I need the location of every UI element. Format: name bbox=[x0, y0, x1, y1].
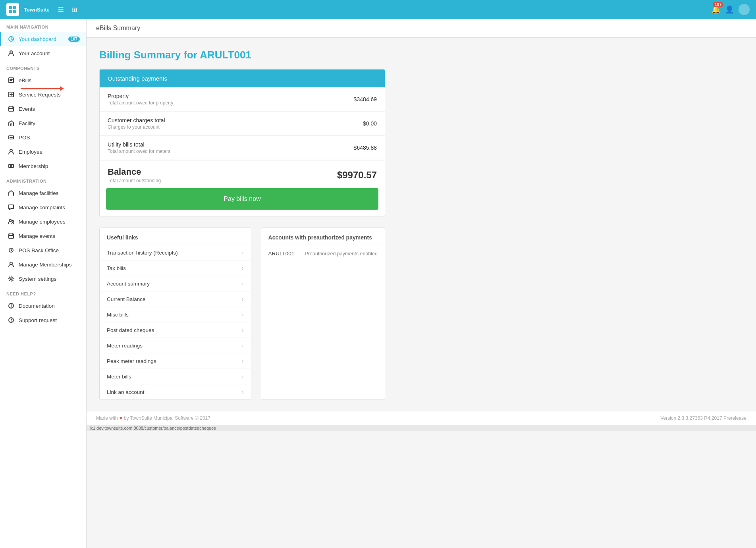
link-item[interactable]: Account summary› bbox=[100, 276, 251, 291]
sidebar-item-system-settings[interactable]: System settings bbox=[0, 272, 86, 286]
billing-title-prefix: Billing Summary for bbox=[99, 49, 200, 61]
property-row: Property Total amount owed for property … bbox=[100, 87, 385, 112]
outstanding-header: Outstanding payments bbox=[100, 69, 385, 87]
administration-label: Administration bbox=[0, 173, 86, 186]
main-content: eBills Summary Billing Summary for ARULT… bbox=[87, 19, 756, 548]
sidebar-events-label: Events bbox=[19, 106, 80, 112]
sidebar-manage-facilities-label: Manage facilities bbox=[19, 190, 80, 196]
grid-button[interactable]: ⊞ bbox=[72, 6, 77, 14]
customer-charges-row: Customer charges total Charges to your a… bbox=[100, 112, 385, 136]
sidebar-documentation-label: Documentation bbox=[19, 303, 80, 309]
customer-charges-amount: $0.00 bbox=[363, 120, 377, 127]
manage-facilities-icon bbox=[8, 189, 15, 197]
svg-rect-1 bbox=[13, 6, 16, 9]
service-requests-icon bbox=[8, 91, 15, 98]
support-icon bbox=[8, 316, 15, 324]
preauth-account: ARULT001 bbox=[268, 251, 295, 257]
content-area: Billing Summary for ARULT001 Outstanding… bbox=[87, 38, 756, 411]
footer-heart-icon: ♥ bbox=[120, 415, 122, 421]
avatar[interactable] bbox=[739, 4, 750, 15]
page-header: eBills Summary bbox=[87, 19, 756, 38]
pay-bills-button[interactable]: Pay bills now bbox=[106, 188, 378, 210]
balance-amount: $9970.57 bbox=[337, 170, 377, 181]
billing-card: Outstanding payments Property Total amou… bbox=[99, 69, 385, 216]
sidebar-item-manage-employees[interactable]: Manage employees bbox=[0, 214, 86, 229]
footer-made-with: Made with bbox=[96, 415, 118, 421]
pos-icon bbox=[8, 134, 15, 141]
link-item[interactable]: Current Balance› bbox=[100, 291, 251, 307]
link-item[interactable]: Tax bills› bbox=[100, 260, 251, 276]
manage-employees-icon bbox=[8, 218, 15, 225]
components-label: Components bbox=[0, 60, 86, 73]
sidebar-item-manage-events[interactable]: Manage events bbox=[0, 229, 86, 243]
customer-charges-sub: Charges to your account bbox=[108, 124, 165, 130]
sidebar-item-manage-complaints[interactable]: Manage complaints bbox=[0, 200, 86, 214]
svg-point-18 bbox=[10, 278, 12, 280]
facility-icon bbox=[8, 120, 15, 127]
notification-button[interactable]: 🔔 107 bbox=[712, 5, 720, 14]
sidebar-item-documentation[interactable]: Documentation bbox=[0, 299, 86, 313]
logo-icon bbox=[6, 3, 19, 16]
link-item[interactable]: Peak meter readings› bbox=[100, 353, 251, 369]
utility-bills-amount: $6485.88 bbox=[354, 145, 377, 151]
sidebar-ebills-label: eBills bbox=[19, 77, 80, 83]
ebills-icon bbox=[8, 77, 15, 84]
balance-label: Balance bbox=[108, 167, 161, 177]
link-item[interactable]: Post dated cheques› bbox=[100, 322, 251, 338]
manage-memberships-icon bbox=[8, 261, 15, 268]
sidebar-item-ebills[interactable]: eBills bbox=[0, 73, 86, 87]
sidebar-manage-memberships-label: Manage Memberships bbox=[19, 262, 80, 268]
sidebar-item-manage-memberships[interactable]: Manage Memberships bbox=[0, 257, 86, 272]
sidebar-item-facility[interactable]: Facility bbox=[0, 116, 86, 130]
link-item[interactable]: Transaction history (Receipts)› bbox=[100, 245, 251, 260]
sidebar-item-manage-facilities[interactable]: Manage facilities bbox=[0, 186, 86, 200]
balance-row: Balance Total amount outstanding $9970.5… bbox=[100, 160, 385, 188]
sidebar-manage-events-label: Manage events bbox=[19, 233, 80, 239]
main-nav-label: Main Navigation bbox=[0, 19, 86, 32]
sidebar-item-membership[interactable]: Membership bbox=[0, 159, 86, 173]
user-menu-button[interactable]: 👤 bbox=[725, 5, 734, 14]
svg-rect-2 bbox=[9, 10, 12, 13]
utility-bills-row: Utility bills total Total amount owed fo… bbox=[100, 136, 385, 160]
useful-links-card: Useful links Transaction history (Receip… bbox=[99, 228, 251, 400]
bottom-grid: Useful links Transaction history (Receip… bbox=[99, 228, 385, 400]
user-icon: 👤 bbox=[725, 6, 734, 14]
sidebar-service-label: Service Requests bbox=[19, 92, 80, 98]
link-item[interactable]: Meter readings› bbox=[100, 338, 251, 353]
svg-rect-0 bbox=[9, 6, 12, 9]
employee-icon bbox=[8, 148, 15, 155]
sidebar-item-account[interactable]: Your account bbox=[0, 46, 86, 60]
logo-text: TownSuite bbox=[24, 7, 50, 13]
hamburger-button[interactable]: ☰ bbox=[58, 5, 64, 14]
link-item[interactable]: Link an account› bbox=[100, 384, 251, 399]
sidebar-pos-back-label: POS Back Office bbox=[19, 247, 80, 253]
svg-point-12 bbox=[10, 165, 12, 167]
sidebar-manage-complaints-label: Manage complaints bbox=[19, 205, 80, 210]
notification-badge: 107 bbox=[713, 2, 723, 7]
footer-version: Version 2.3.3.27363 R4.2017 Prerelease bbox=[660, 415, 746, 421]
property-sub: Total amount owed for property bbox=[108, 100, 173, 106]
balance-sub: Total amount outstanding bbox=[108, 178, 161, 183]
sidebar-item-pos-back-office[interactable]: POS Back Office bbox=[0, 243, 86, 257]
need-help-label: Need help? bbox=[0, 286, 86, 299]
sidebar-support-label: Support request bbox=[19, 317, 80, 323]
svg-rect-3 bbox=[13, 10, 16, 13]
property-label: Property bbox=[108, 93, 173, 99]
events-icon bbox=[8, 105, 15, 112]
sidebar-item-dashboard[interactable]: Your dashboard 107 bbox=[0, 32, 86, 46]
dashboard-icon bbox=[8, 35, 15, 42]
sidebar-item-events[interactable]: Events bbox=[0, 102, 86, 116]
sidebar-dashboard-label: Your dashboard bbox=[19, 36, 63, 42]
sidebar-item-service-requests[interactable]: Service Requests bbox=[0, 87, 86, 102]
link-item[interactable]: Meter bills› bbox=[100, 369, 251, 384]
sidebar-item-employee[interactable]: Employee bbox=[0, 145, 86, 159]
main-layout: Main Navigation Your dashboard 107 Your … bbox=[0, 19, 756, 548]
svg-rect-8 bbox=[9, 107, 14, 111]
preauth-title: Accounts with preauthorized payments bbox=[261, 228, 385, 245]
sidebar-item-pos[interactable]: POS bbox=[0, 130, 86, 145]
system-settings-icon bbox=[8, 275, 15, 282]
utility-bills-label: Utility bills total bbox=[108, 141, 170, 148]
link-item[interactable]: Misc bills› bbox=[100, 307, 251, 322]
sidebar-item-support[interactable]: Support request bbox=[0, 313, 86, 327]
sidebar-account-label: Your account bbox=[19, 50, 80, 56]
